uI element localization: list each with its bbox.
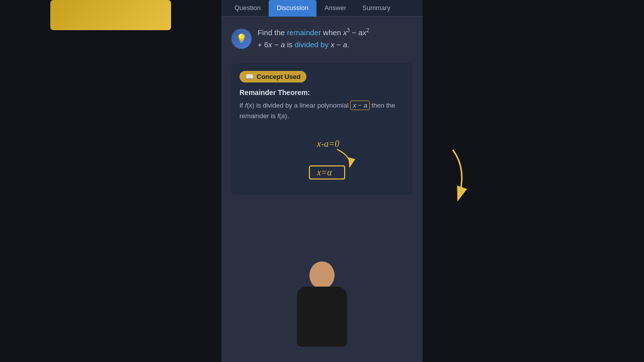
- tab-discussion[interactable]: Discussion: [269, 0, 316, 17]
- theorem-text: If f(x) is divided by a linear polynomia…: [239, 101, 405, 122]
- svg-text:x-a=0: x-a=0: [316, 139, 339, 149]
- tab-summary[interactable]: Summary: [354, 0, 398, 17]
- presenter-container: [282, 261, 362, 362]
- arrow-decoration: [438, 145, 478, 205]
- diagram-svg: x-a=0 x=α: [272, 132, 372, 182]
- tab-answer[interactable]: Answer: [316, 0, 354, 17]
- svg-text:x=α: x=α: [316, 167, 332, 177]
- highlight-remainder: remainder: [287, 28, 321, 37]
- concept-badge: 📖 Concept Used: [239, 71, 306, 82]
- right-panel: [423, 0, 644, 362]
- concept-label: Concept Used: [257, 73, 300, 80]
- question-icon: 💡: [231, 29, 252, 49]
- tab-question[interactable]: Question: [226, 0, 269, 17]
- concept-section: 📖 Concept Used Remainder Theorem: If f(x…: [231, 63, 413, 195]
- center-panel: Question Discussion Answer Summary 💡 Fin…: [221, 0, 423, 362]
- question-block: 💡 Find the remainder when x3 − ax2 + 6x …: [231, 27, 413, 51]
- highlight-divided-by: divided by: [294, 40, 329, 49]
- person-head: [309, 261, 335, 289]
- concept-header: 📖 Concept Used: [239, 71, 405, 82]
- theorem-title: Remainder Theorem:: [239, 88, 405, 97]
- thumbnail-decoration: [50, 0, 171, 30]
- boxed-expression: x − a: [350, 101, 370, 110]
- question-text: Find the remainder when x3 − ax2 + 6x − …: [258, 27, 369, 51]
- tab-bar: Question Discussion Answer Summary: [221, 0, 423, 17]
- diagram-area: x-a=0 x=α: [239, 122, 405, 187]
- book-icon: 📖: [246, 73, 254, 80]
- left-panel: [0, 0, 221, 362]
- person-body: [297, 287, 347, 347]
